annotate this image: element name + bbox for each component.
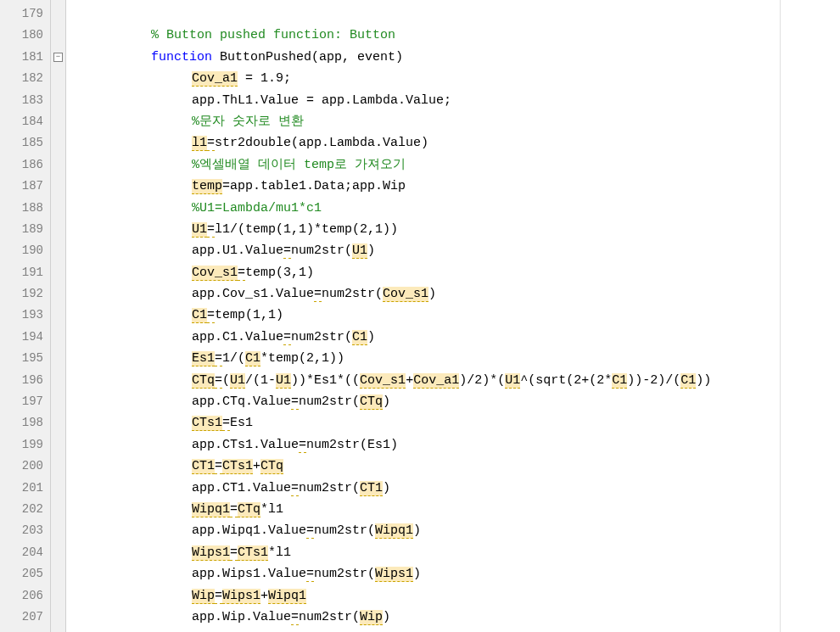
code-token: ))*Es1*(( bbox=[291, 373, 360, 388]
code-line[interactable]: temp=app.table1.Data;app.Wip bbox=[70, 176, 840, 197]
line-number: 193 bbox=[0, 305, 50, 326]
code-token: C1 bbox=[192, 308, 207, 323]
code-token: num2str( bbox=[291, 330, 352, 344]
code-token: function bbox=[151, 50, 212, 64]
code-token: Cov_s1 bbox=[192, 266, 238, 281]
code-line[interactable]: app.CTs1.Value=num2str(Es1) bbox=[70, 434, 840, 456]
code-token: app.CTq.Value bbox=[192, 394, 291, 409]
code-token: = bbox=[230, 545, 238, 561]
fold-cell bbox=[51, 198, 65, 219]
code-token: CTq bbox=[238, 502, 260, 517]
code-token: C1 bbox=[680, 373, 696, 389]
code-line[interactable]: app.Cov_s1.Value=num2str(Cov_s1) bbox=[70, 283, 840, 305]
code-token: C1 bbox=[352, 330, 367, 345]
code-line[interactable] bbox=[70, 3, 840, 25]
fold-cell bbox=[51, 434, 65, 456]
code-line[interactable]: Es1=1/(C1*temp(2,1)) bbox=[70, 348, 840, 369]
code-token: l1/(temp(1,1)*temp(2,1)) bbox=[215, 222, 398, 237]
code-line[interactable]: app.CT1.Value=num2str(CT1) bbox=[70, 478, 840, 499]
code-token: temp bbox=[192, 179, 222, 194]
code-line[interactable]: app.C1.Value=num2str(C1) bbox=[70, 327, 840, 348]
line-number: 185 bbox=[0, 132, 50, 154]
code-token: *l1 bbox=[268, 545, 291, 560]
line-number: 196 bbox=[0, 370, 50, 391]
line-number: 200 bbox=[0, 456, 50, 477]
code-token: = bbox=[291, 394, 299, 410]
fold-cell bbox=[51, 327, 65, 348]
code-line[interactable]: Cov_s1=temp(3,1) bbox=[70, 262, 840, 283]
line-number: 207 bbox=[0, 607, 50, 628]
fold-toggle-icon[interactable]: − bbox=[53, 53, 63, 62]
line-number: 197 bbox=[0, 391, 50, 412]
fold-cell bbox=[51, 283, 65, 305]
code-token: = bbox=[215, 459, 222, 474]
code-line[interactable]: app.Wip.Value=num2str(Wip) bbox=[70, 607, 840, 628]
code-token: %U1=Lambda/mu1*c1 bbox=[192, 201, 322, 215]
fold-cell bbox=[51, 456, 65, 477]
code-token: = bbox=[230, 502, 238, 517]
fold-cell bbox=[51, 111, 65, 132]
code-token: U1 bbox=[352, 243, 367, 259]
code-token: Cov_a1 bbox=[413, 373, 459, 389]
code-token: = bbox=[215, 373, 222, 389]
code-line[interactable]: %엑셀배열 데이터 temp로 가져오기 bbox=[70, 154, 840, 176]
code-line[interactable]: % Button pushed function: Button bbox=[70, 25, 840, 46]
code-token: ) bbox=[383, 481, 390, 495]
line-number: 179 bbox=[0, 3, 50, 25]
code-line[interactable]: %문자 숫자로 변환 bbox=[70, 111, 840, 132]
code-line[interactable]: app.Wipq1.Value=num2str(Wipq1) bbox=[70, 520, 840, 541]
fold-cell bbox=[51, 348, 65, 369]
code-line[interactable]: U1=l1/(temp(1,1)*temp(2,1)) bbox=[70, 219, 840, 240]
code-token: = bbox=[283, 330, 291, 345]
code-token: = bbox=[306, 567, 314, 582]
code-line[interactable]: app.U1.Value=num2str(U1) bbox=[70, 240, 840, 261]
code-token: CT1 bbox=[192, 459, 215, 474]
line-number: 202 bbox=[0, 499, 50, 520]
code-token: 1/( bbox=[222, 351, 245, 366]
code-line[interactable]: Wips1=CTs1*l1 bbox=[70, 542, 840, 563]
code-token: num2str( bbox=[299, 481, 360, 495]
code-line[interactable]: %U1=Lambda/mu1*c1 bbox=[70, 198, 840, 219]
code-token: = bbox=[207, 308, 215, 323]
code-line[interactable]: CTq=(U1/(1-U1))*Es1*((Cov_s1+Cov_a1)/2)*… bbox=[70, 370, 840, 391]
code-token: l1 bbox=[192, 136, 207, 151]
code-token: Wip bbox=[192, 589, 215, 604]
code-token: ) bbox=[413, 523, 421, 538]
line-number: 203 bbox=[0, 520, 50, 541]
code-token: /(1- bbox=[245, 373, 276, 388]
code-line[interactable]: CT1=CTs1+CTq bbox=[70, 456, 840, 477]
code-token: 로 가져오기 bbox=[334, 158, 406, 172]
code-line[interactable]: l1=str2double(app.Lambda.Value) bbox=[70, 132, 840, 154]
fold-column: − bbox=[51, 0, 66, 632]
line-number: 189 bbox=[0, 219, 50, 240]
code-line[interactable]: app.ThL1.Value = app.Lambda.Value; bbox=[70, 90, 840, 111]
fold-cell bbox=[51, 262, 65, 283]
code-line[interactable]: app.Wips1.Value=num2str(Wips1) bbox=[70, 563, 840, 584]
code-line[interactable]: Wip=Wips1+Wipq1 bbox=[70, 585, 840, 607]
code-token: = bbox=[207, 136, 215, 151]
fold-cell bbox=[51, 542, 65, 563]
code-token: C1 bbox=[612, 373, 627, 389]
code-token: num2str( bbox=[314, 567, 375, 581]
line-number: 187 bbox=[0, 176, 50, 197]
code-token: app.CTs1.Value bbox=[192, 438, 299, 452]
code-line[interactable]: CTs1=Es1 bbox=[70, 412, 840, 433]
code-line[interactable]: function ButtonPushed(app, event) bbox=[70, 47, 840, 68]
code-area[interactable]: % Button pushed function: Buttonfunction… bbox=[66, 0, 840, 632]
code-token: %문자 숫자로 변환 bbox=[192, 115, 304, 129]
code-token: ( bbox=[222, 373, 230, 388]
code-token: = bbox=[314, 287, 322, 302]
code-line[interactable]: app.CTq.Value=num2str(CTq) bbox=[70, 391, 840, 412]
code-token: )/2)*( bbox=[459, 373, 505, 388]
code-token bbox=[212, 50, 220, 64]
code-token: + bbox=[253, 459, 260, 473]
code-line[interactable]: C1=temp(1,1) bbox=[70, 305, 840, 326]
fold-cell bbox=[51, 219, 65, 240]
code-token: = bbox=[291, 481, 299, 496]
code-line[interactable]: Wipq1=CTq*l1 bbox=[70, 499, 840, 520]
code-token: *temp(2,1)) bbox=[260, 351, 344, 366]
code-line[interactable]: Cov_a1 = 1.9; bbox=[70, 68, 840, 89]
code-token: = bbox=[215, 351, 222, 366]
code-token: Wips1 bbox=[192, 545, 230, 561]
line-number: 206 bbox=[0, 585, 50, 607]
